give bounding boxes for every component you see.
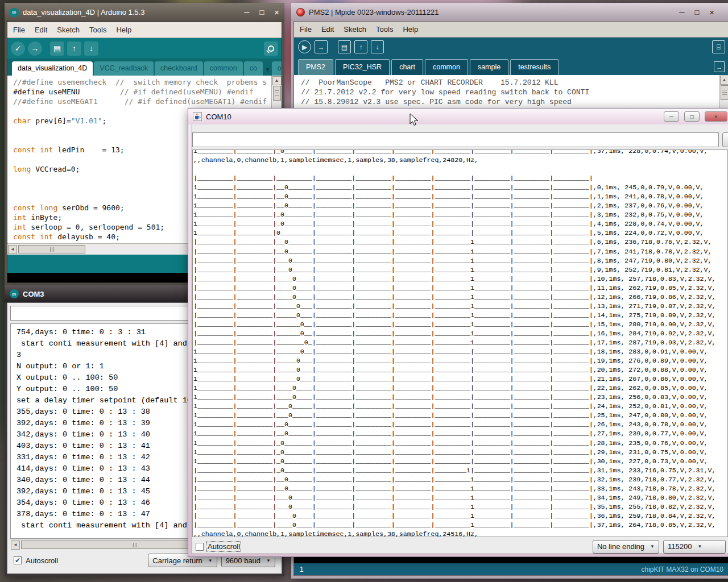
code-token: const int (13, 232, 53, 241)
tab-partial[interactable]: ob (272, 61, 282, 76)
scrollbar-thumb[interactable] (273, 86, 281, 101)
baud-rate-select[interactable]: 115200 ▼ (663, 540, 726, 554)
autoscroll-label: Autoscroll (208, 542, 240, 551)
baud-rate-value: 115200 (668, 542, 692, 551)
tab-pic32_hsr[interactable]: PIC32_HSR (335, 59, 390, 75)
com10-output-area[interactable]: 1_________|_________|_0_______|_________… (192, 149, 728, 537)
tab-common[interactable]: common (425, 59, 468, 75)
mpide-titlebar[interactable]: PMS2 | Mpide 0023-windows-20111221 ─ □ × (291, 3, 728, 21)
tab-list-icon[interactable]: → (714, 61, 725, 72)
code-token: // #if defined(useMENU) #endif (80, 88, 253, 96)
open-sketch-button[interactable]: ↑ (67, 41, 81, 56)
maximize-button[interactable]: □ (684, 111, 700, 122)
scroll-left-icon[interactable]: ◄ (8, 245, 17, 254)
menu-item-file[interactable]: File (300, 25, 312, 34)
magnifier-icon (268, 45, 274, 52)
code-token: "V1.01" (71, 117, 102, 125)
menu-item-help[interactable]: Help (403, 25, 418, 34)
code-token: char (13, 117, 31, 125)
arduino-titlebar[interactable]: ∞ data_visualization_4D | Arduino 1.5.3 … (5, 3, 284, 22)
com10-bottom-bar: Autoscroll No line ending ▼ 115200 ▼ (192, 537, 728, 554)
close-button[interactable]: × (705, 111, 727, 122)
mpide-toolbar: ▶ → ▤ ↑ ↓ ⌸ (294, 38, 728, 56)
mpide-menubar: FileEditSketchToolsHelp (294, 22, 728, 38)
arduino-app-icon: ∞ (10, 8, 19, 17)
arduino-tabbar: data_visualization_4DVCC_readbackcheckbo… (7, 59, 282, 76)
arduino-app-icon: ∞ (10, 289, 19, 298)
menu-item-edit[interactable]: Edit (321, 25, 334, 34)
code-token: //#define usememcheck // switch memory c… (13, 78, 267, 86)
serial-monitor-button[interactable]: ⌸ (712, 40, 725, 53)
com10-serial-monitor-window: COM10 ─ □ × 1_________|_________|_0_____… (188, 108, 728, 557)
arduino-toolbar: ✓ → ▤ ↑ ↓ (7, 38, 282, 59)
tab-common[interactable]: common (204, 61, 243, 76)
code-token: long (13, 165, 31, 173)
run-button[interactable]: ▶ (298, 40, 311, 53)
open-sketch-button[interactable]: ↑ (354, 40, 367, 53)
tab-checkboard[interactable]: checkboard (155, 61, 203, 76)
code-token: int (13, 213, 26, 222)
com10-send-input[interactable] (192, 132, 719, 147)
upload-button[interactable]: → (315, 40, 328, 53)
tab-sample[interactable]: sample (470, 59, 508, 75)
menu-item-tools[interactable]: Tools (376, 25, 393, 34)
minimize-button[interactable]: ─ (664, 111, 679, 122)
new-sketch-button[interactable]: ▤ (50, 41, 64, 56)
scroll-up-icon[interactable]: ▲ (720, 76, 728, 85)
tab-vcc_readback[interactable]: VCC_readback (94, 61, 154, 76)
maximize-icon[interactable]: □ (259, 8, 264, 16)
com10-titlebar[interactable]: COM10 ─ □ × (188, 109, 728, 124)
line-ending-value: Carriage return (152, 556, 202, 565)
code-token: ledPin = 13; (53, 146, 124, 154)
tab-chart[interactable]: chart (391, 59, 423, 75)
com3-window-title: COM3 (23, 290, 44, 298)
mpide-console (294, 556, 728, 563)
autoscroll-checkbox[interactable] (196, 543, 204, 551)
baud-rate-value: 9600 baud (226, 556, 260, 565)
scrollbar-thumb[interactable] (18, 245, 85, 253)
code-line: //#define useMEGAT1 // #if defined(useME… (13, 97, 267, 106)
scroll-left-icon[interactable]: ◄ (11, 541, 20, 550)
scroll-up-icon[interactable]: ▲ (272, 76, 282, 85)
tab-data_visualization_4d[interactable]: data_visualization_4D (12, 61, 93, 76)
code-token: delayusb = 40; (53, 232, 119, 241)
send-button[interactable] (722, 132, 728, 147)
code-token: int (13, 223, 26, 231)
save-sketch-button[interactable]: ↓ (84, 41, 98, 56)
minimize-icon[interactable]: ─ (679, 8, 684, 16)
chevron-down-icon: ▼ (208, 558, 213, 563)
upload-button[interactable]: → (28, 41, 42, 56)
tab-co[interactable]: co (244, 61, 263, 76)
arduino-menubar: FileEditSketchToolsHelp (7, 22, 282, 38)
tab-overflow-arrow-icon[interactable]: ▼ (265, 66, 271, 73)
tab-pms2[interactable]: PMS2 (298, 59, 333, 75)
scrollbar-thumb[interactable] (721, 85, 728, 100)
menu-item-edit[interactable]: Edit (35, 26, 47, 34)
code-token: inByte; (26, 213, 62, 222)
menu-item-file[interactable]: File (13, 26, 25, 34)
line-ending-select[interactable]: No line ending ▼ (593, 540, 659, 554)
serial-monitor-button[interactable] (264, 41, 278, 56)
menu-item-help[interactable]: Help (116, 26, 131, 34)
code-token: serloop = 0, serloopend = 501; (26, 223, 164, 231)
verify-button[interactable]: ✓ (11, 41, 25, 56)
save-sketch-button[interactable]: ↓ (371, 40, 384, 53)
autoscroll-checkbox[interactable]: ✔ (14, 556, 22, 564)
menu-item-sketch[interactable]: Sketch (344, 25, 366, 34)
chevron-down-icon: ▼ (697, 544, 702, 549)
minimize-icon[interactable]: ─ (244, 8, 249, 16)
code-token: prev[6]= (31, 117, 71, 125)
menu-item-sketch[interactable]: Sketch (57, 26, 80, 34)
code-token: const int (13, 146, 53, 154)
autoscroll-label: Autoscroll (26, 556, 58, 565)
chevron-down-icon: ▼ (266, 558, 271, 563)
mpide-status-bar: 1 chipKIT MAX32 on COM10 (294, 563, 728, 575)
close-icon[interactable]: × (274, 7, 279, 17)
code-token: ; (102, 117, 107, 125)
new-sketch-button[interactable]: ▤ (338, 40, 351, 53)
line-ending-value: No line ending (597, 542, 644, 551)
maximize-icon[interactable]: □ (694, 8, 699, 16)
menu-item-tools[interactable]: Tools (89, 26, 106, 34)
close-icon[interactable]: × (709, 7, 714, 17)
tab-testresults[interactable]: testresults (510, 59, 559, 75)
